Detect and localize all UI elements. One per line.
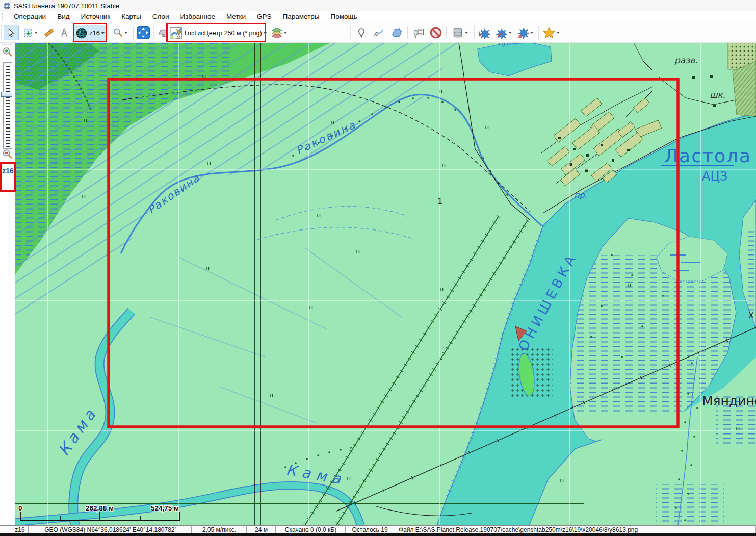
- toolbar-separator: [538, 26, 539, 39]
- cache-dropdown-arrow[interactable]: [465, 32, 468, 34]
- divider-compass-icon: [59, 28, 69, 38]
- app-logo-icon: [3, 2, 11, 10]
- cache-button[interactable]: [449, 25, 471, 40]
- menu-source[interactable]: Источник: [75, 12, 116, 21]
- search-dropdown-arrow[interactable]: [124, 32, 127, 34]
- scale-start: 0: [18, 504, 22, 512]
- status-zoom: z16: [11, 526, 29, 533]
- scale-mid: 262,88 м: [86, 504, 114, 512]
- zoom-sidebar: z16: [0, 43, 15, 525]
- label-x: Х: [748, 311, 754, 320]
- hide-marks-button[interactable]: [428, 25, 444, 40]
- search-button[interactable]: [109, 25, 131, 40]
- status-elevation: 24 м: [247, 526, 276, 533]
- menu-operations[interactable]: Операции: [8, 12, 51, 21]
- select-region-icon: [23, 28, 33, 38]
- zoom-out-icon: [2, 149, 13, 160]
- menu-grip: [2, 13, 6, 21]
- zoom-level-label: z16: [0, 162, 16, 192]
- gps-connect-dropdown-arrow[interactable]: [509, 32, 512, 34]
- select-region-button[interactable]: [21, 25, 40, 40]
- status-coordinates: GEO (WGS84) N64°36,018624' E40°14,180782…: [29, 526, 192, 533]
- status-spacer: [0, 526, 11, 533]
- toolbar-separator: [153, 26, 154, 39]
- workspace: z16: [0, 43, 756, 525]
- gps-track-icon: [517, 27, 529, 39]
- ruler-icon: [44, 28, 54, 38]
- add-placemark-button[interactable]: [354, 25, 369, 40]
- main-toolbar: z16 02 ГосГисЦентр 250 м (*.png): [0, 22, 756, 43]
- measure-button[interactable]: [57, 25, 71, 40]
- layers-dropdown-arrow[interactable]: [284, 32, 287, 34]
- favorites-dropdown-arrow[interactable]: [557, 32, 560, 34]
- toolbar-grip: [1, 26, 2, 39]
- menu-gps[interactable]: GPS: [251, 12, 277, 21]
- label-pr-1: пр.: [498, 43, 511, 47]
- gps-track-button[interactable]: [515, 25, 535, 40]
- annotation-zoom-combo: [73, 23, 107, 42]
- cursor-tool-button[interactable]: [4, 25, 19, 40]
- fullscreen-icon: [137, 26, 150, 39]
- favorites-star-icon: [543, 27, 555, 39]
- cache-database-icon: [452, 27, 463, 38]
- status-bar: z16 GEO (WGS84) N64°36,018624' E40°14,18…: [0, 525, 756, 533]
- map-se-marsh-2: [656, 484, 724, 524]
- toolbar-separator: [350, 26, 351, 39]
- layers-icon: [271, 27, 282, 38]
- toolbar-separator: [446, 26, 447, 39]
- status-downloaded: Скачано 0 (0,0 кБ): [276, 526, 346, 533]
- label-razv: разв.: [674, 55, 698, 65]
- placemark-manager-button[interactable]: [410, 25, 426, 40]
- path-icon: [374, 28, 384, 38]
- ruler-button[interactable]: [42, 25, 56, 40]
- zoom-slider[interactable]: [3, 62, 12, 149]
- label-one: 1: [437, 196, 442, 206]
- placemark-list-icon: [413, 28, 424, 38]
- menu-placemarks[interactable]: Метки: [221, 12, 251, 21]
- select-region-dropdown-arrow[interactable]: [35, 32, 38, 34]
- gps-record-icon: [479, 27, 490, 39]
- toolbar-separator: [133, 26, 134, 39]
- menu-layers[interactable]: Слои: [147, 12, 175, 21]
- menu-help[interactable]: Помощь: [325, 12, 363, 21]
- zoom-in-icon: [2, 47, 13, 58]
- toolbar-separator: [407, 26, 408, 39]
- window-bottom-edge: [0, 533, 756, 536]
- map-canvas: Раковина Раковина Кама Кама ОНИШЕВКА Лас…: [15, 43, 756, 525]
- fullscreen-button[interactable]: [136, 25, 151, 40]
- toolbar-separator: [72, 26, 72, 39]
- window-title: SAS.Планета 190707.10011 Stable: [14, 2, 119, 10]
- status-file-path: Файл E:\SAS.Planet.Release.190707\cache\…: [394, 526, 756, 533]
- layers-button[interactable]: [269, 25, 289, 40]
- map-view[interactable]: Раковина Раковина Кама Кама ОНИШЕВКА Лас…: [15, 43, 756, 525]
- map-right-strip-marsh: [743, 229, 754, 311]
- status-resolution: 2,05 м/пикс.: [192, 526, 247, 533]
- sas-planet-window: SAS.Планета 190707.10011 Stable Операции…: [0, 0, 756, 536]
- label-acz: АЦЗ: [702, 169, 727, 184]
- placemark-icon: [356, 28, 367, 38]
- menu-favorites[interactable]: Избранное: [175, 12, 221, 21]
- label-myandino: Мяндино: [702, 394, 756, 409]
- label-shk: шк.: [710, 90, 725, 100]
- add-path-button[interactable]: [371, 25, 386, 40]
- label-pr-2: пр.: [574, 190, 587, 200]
- favorites-button[interactable]: [540, 25, 562, 40]
- annotation-map-source-combo: [166, 23, 266, 42]
- menu-parameters[interactable]: Параметры: [277, 12, 325, 21]
- zoom-in-button[interactable]: [2, 47, 13, 60]
- gps-record-button[interactable]: [476, 25, 492, 40]
- gps-track-dropdown-arrow[interactable]: [530, 32, 533, 34]
- status-remaining: Осталось 19: [346, 526, 394, 533]
- scale-end: 524,75 м: [151, 504, 179, 512]
- zoom-out-button[interactable]: [2, 149, 13, 162]
- menu-maps[interactable]: Карты: [116, 12, 146, 21]
- forbid-icon: [430, 27, 442, 39]
- menu-view[interactable]: Вид: [51, 12, 75, 21]
- cursor-icon: [7, 28, 16, 37]
- polygon-icon: [391, 27, 402, 38]
- menu-bar: Операции Вид Источник Карты Слои Избранн…: [0, 11, 756, 22]
- zoom-slider-handle[interactable]: [1, 92, 12, 97]
- add-polygon-button[interactable]: [388, 25, 405, 40]
- gps-connect-button[interactable]: [493, 25, 514, 40]
- toolbar-separator: [474, 26, 475, 39]
